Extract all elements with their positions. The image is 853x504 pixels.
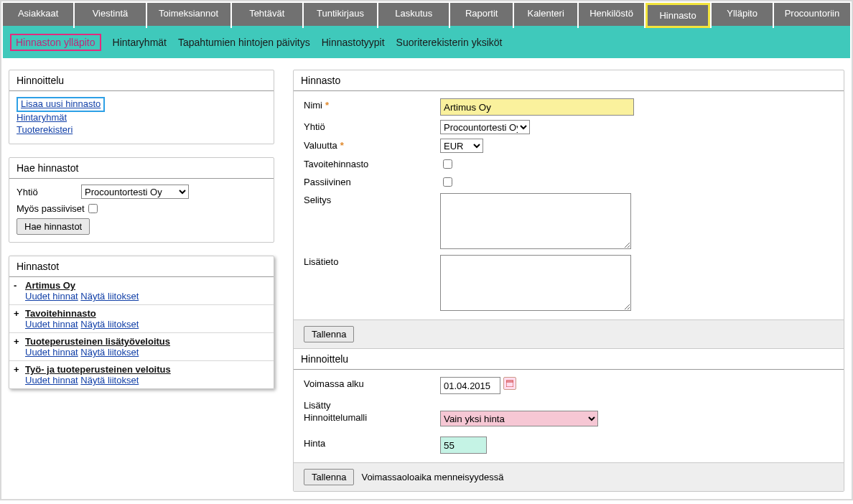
- pricing-header: Hinnoittelu: [294, 349, 844, 370]
- link-nayta-liitokset[interactable]: Näytä liitokset: [80, 347, 139, 358]
- panel-hae-hinnastot: Hae hinnastot Yhtiö Procountortesti Oy M…: [9, 157, 274, 243]
- nimi-label: Nimi: [304, 100, 322, 111]
- expand-icon[interactable]: +: [14, 336, 21, 358]
- hinnasto-title[interactable]: Tavoitehinnasto: [25, 308, 139, 319]
- main-tabs: AsiakkaatViestintäToimeksiannotTehtävätT…: [3, 3, 850, 28]
- hinnasto-row: -Artimus OyUudet hinnat Näytä liitokset: [9, 277, 274, 305]
- subnav-suoriterekisterin-yksiköt[interactable]: Suoriterekisterin yksiköt: [396, 37, 503, 48]
- tab-raportit[interactable]: Raportit: [450, 3, 513, 28]
- link-tuoterekisteri[interactable]: Tuoterekisteri: [17, 124, 266, 135]
- voimassa-label: Voimassa alku: [304, 377, 440, 394]
- form-header: Hinnasto: [294, 70, 844, 91]
- tab-tehtävät[interactable]: Tehtävät: [232, 3, 302, 28]
- tab-henkilöstö[interactable]: Henkilöstö: [579, 3, 643, 28]
- subnav-hinnaston-ylläpito[interactable]: Hinnaston ylläpito: [10, 34, 101, 51]
- hinta-label: Hinta: [304, 437, 440, 454]
- hae-yhtio-select[interactable]: Procountortesti Oy: [81, 185, 189, 199]
- calendar-icon[interactable]: [503, 377, 516, 390]
- tab-procountoriin[interactable]: Procountoriin: [774, 3, 850, 28]
- valuutta-select[interactable]: EUR: [440, 139, 483, 153]
- subnav-tapahtumien-hintojen-päivitys[interactable]: Tapahtumien hintojen päivitys: [178, 37, 310, 48]
- save-button-1[interactable]: Tallenna: [304, 326, 354, 342]
- required-icon: *: [337, 140, 344, 151]
- malli-select[interactable]: Vain yksi hinta: [440, 411, 598, 426]
- tab-ylläpito[interactable]: Ylläpito: [712, 3, 773, 28]
- tab-viestintä[interactable]: Viestintä: [75, 3, 145, 28]
- malli-label: Hinnoittelumalli: [304, 411, 440, 426]
- expand-icon[interactable]: +: [14, 308, 21, 330]
- link-hintaryhmät[interactable]: Hintaryhmät: [17, 112, 266, 123]
- subnav-hintaryhmät[interactable]: Hintaryhmät: [113, 37, 167, 48]
- sub-nav: Hinnaston ylläpitoHintaryhmätTapahtumien…: [3, 28, 850, 58]
- panel-hinnastot: Hinnastot -Artimus OyUudet hinnat Näytä …: [9, 256, 274, 389]
- tavoite-checkbox[interactable]: [443, 159, 452, 169]
- passive-checkbox[interactable]: [443, 177, 452, 187]
- link-lisaa-uusi-hinnasto[interactable]: Lisaa uusi hinnasto: [21, 98, 101, 109]
- link-uudet-hinnat[interactable]: Uudet hinnat: [25, 291, 78, 302]
- tab-tuntikirjaus[interactable]: Tuntikirjaus: [304, 3, 377, 28]
- link-uudet-hinnat[interactable]: Uudet hinnat: [25, 347, 78, 358]
- hinnasto-title[interactable]: Artimus Oy: [25, 280, 139, 291]
- valuutta-label: Valuutta: [304, 140, 337, 151]
- warning-text: Voimassaoloaika menneisyydessä: [361, 472, 503, 482]
- hinnasto-title[interactable]: Työ- ja tuoteperusteinen veloitus: [25, 364, 171, 375]
- link-uudet-hinnat[interactable]: Uudet hinnat: [25, 375, 78, 386]
- selitys-label: Selitys: [304, 193, 440, 249]
- hinnasto-title[interactable]: Tuoteperusteinen lisätyöveloitus: [25, 336, 170, 347]
- panel-hae-title: Hae hinnastot: [9, 158, 274, 179]
- tab-asiakkaat[interactable]: Asiakkaat: [3, 3, 73, 28]
- nimi-input[interactable]: [440, 98, 634, 116]
- save-button-2[interactable]: Tallenna: [304, 469, 354, 485]
- link-uudet-hinnat[interactable]: Uudet hinnat: [25, 319, 78, 330]
- link-nayta-liitokset[interactable]: Näytä liitokset: [80, 319, 139, 330]
- panel-hinnoittelu: Hinnoittelu Lisaa uusi hinnastoHintaryhm…: [9, 70, 274, 144]
- hinnasto-row: +TavoitehinnastoUudet hinnat Näytä liito…: [9, 305, 274, 333]
- subnav-hinnastotyypit[interactable]: Hinnastotyypit: [322, 37, 385, 48]
- yhtio-select[interactable]: Procountortesti Oy: [440, 120, 530, 134]
- lisatieto-label: Lisätieto: [304, 255, 440, 311]
- panel-hinnoittelu-title: Hinnoittelu: [9, 70, 274, 91]
- lisatty-label: Lisätty: [304, 398, 440, 411]
- hae-passive-checkbox[interactable]: [88, 204, 98, 213]
- tab-hinnasto[interactable]: Hinnasto: [645, 3, 711, 28]
- required-icon: *: [322, 100, 329, 111]
- hinta-input[interactable]: [440, 437, 487, 454]
- expand-icon[interactable]: -: [14, 280, 21, 302]
- hinnasto-row: +Tuoteperusteinen lisätyöveloitusUudet h…: [9, 333, 274, 361]
- link-nayta-liitokset[interactable]: Näytä liitokset: [80, 375, 139, 386]
- hae-yhtio-label: Yhtiö: [17, 187, 81, 197]
- tab-toimeksiannot[interactable]: Toimeksiannot: [147, 3, 230, 28]
- link-nayta-liitokset[interactable]: Näytä liitokset: [80, 291, 139, 302]
- lisatieto-textarea[interactable]: [440, 255, 631, 311]
- panel-hinnastot-title: Hinnastot: [9, 256, 274, 277]
- yhtio-label: Yhtiö: [304, 120, 440, 134]
- hinnasto-row: +Työ- ja tuoteperusteinen veloitusUudet …: [9, 361, 274, 388]
- voimassa-input[interactable]: [440, 377, 500, 394]
- hae-button[interactable]: Hae hinnastot: [17, 218, 90, 235]
- selitys-textarea[interactable]: [440, 193, 631, 249]
- tavoite-label: Tavoitehinnasto: [304, 157, 440, 171]
- passive-label: Passiivinen: [304, 175, 440, 189]
- svg-rect-0: [506, 381, 513, 387]
- expand-icon[interactable]: +: [14, 364, 21, 386]
- panel-hinnasto-form: Hinnasto Nimi* Yhtiö Procountortesti Oy …: [293, 70, 844, 492]
- tab-kalenteri[interactable]: Kalenteri: [514, 3, 577, 28]
- tab-laskutus[interactable]: Laskutus: [378, 3, 449, 28]
- hae-passive-label: Myös passiiviset: [17, 203, 85, 214]
